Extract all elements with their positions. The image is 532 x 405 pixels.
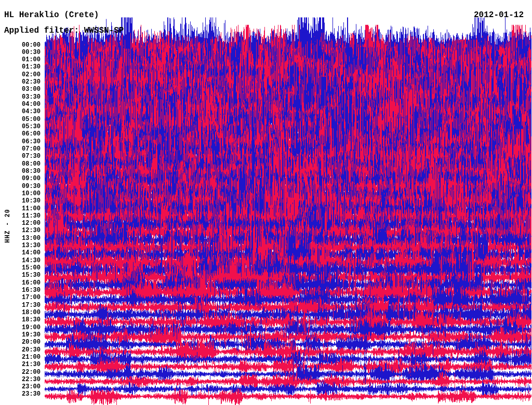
time-label: 08:30 xyxy=(0,168,41,175)
time-label: 10:00 xyxy=(0,191,41,197)
time-label: 01:00 xyxy=(0,57,41,63)
time-label: 04:00 xyxy=(0,101,41,108)
time-label: 04:30 xyxy=(0,109,41,115)
time-label: 23:00 xyxy=(0,384,41,390)
time-label: 03:30 xyxy=(0,94,41,101)
time-label: 17:30 xyxy=(0,302,41,309)
time-label: 12:00 xyxy=(0,220,41,227)
time-label: 11:00 xyxy=(0,206,41,212)
time-label: 23:30 xyxy=(0,391,41,398)
time-label: 07:00 xyxy=(0,146,41,153)
helicorder-page: HL Heraklio (Crete) 2012-01-12 Applied f… xyxy=(0,0,532,405)
time-label: 02:30 xyxy=(0,79,41,86)
time-label: 06:00 xyxy=(0,131,41,138)
time-label: 07:30 xyxy=(0,153,41,160)
time-label: 16:30 xyxy=(0,287,41,294)
time-label: 06:30 xyxy=(0,139,41,145)
time-label: 13:00 xyxy=(0,235,41,242)
time-label: 15:30 xyxy=(0,272,41,279)
time-label: 03:00 xyxy=(0,86,41,93)
applied-filter-label: Applied filter: WWSSN-SP xyxy=(4,26,124,35)
time-label: 13:30 xyxy=(0,242,41,249)
time-label: 21:00 xyxy=(0,354,41,361)
record-date: 2012-01-12 xyxy=(474,10,524,20)
time-label: 22:30 xyxy=(0,376,41,383)
time-label: 00:00 xyxy=(0,42,41,49)
time-label: 16:00 xyxy=(0,280,41,287)
time-label: 02:00 xyxy=(0,72,41,78)
time-label: 09:00 xyxy=(0,176,41,182)
station-title: HL Heraklio (Crete) xyxy=(4,10,99,20)
time-label: 05:30 xyxy=(0,124,41,130)
time-label: 08:00 xyxy=(0,161,41,168)
time-label: 14:30 xyxy=(0,258,41,264)
time-label: 18:30 xyxy=(0,317,41,323)
time-label: 09:30 xyxy=(0,183,41,190)
time-label: 05:00 xyxy=(0,116,41,123)
time-label: 19:00 xyxy=(0,325,41,331)
time-label: 01:30 xyxy=(0,64,41,71)
time-label: 19:30 xyxy=(0,332,41,339)
time-label: 22:00 xyxy=(0,369,41,376)
time-label: 14:00 xyxy=(0,250,41,256)
time-label: 11:30 xyxy=(0,213,41,220)
time-label: 12:30 xyxy=(0,227,41,234)
time-label: 20:00 xyxy=(0,339,41,346)
helicorder-plot xyxy=(0,0,532,405)
time-label: 15:00 xyxy=(0,265,41,272)
time-label: 20:30 xyxy=(0,347,41,354)
time-label: 00:30 xyxy=(0,49,41,56)
time-label: 17:00 xyxy=(0,294,41,301)
time-label: 21:30 xyxy=(0,361,41,368)
time-label: 10:30 xyxy=(0,198,41,205)
time-label: 18:00 xyxy=(0,309,41,316)
